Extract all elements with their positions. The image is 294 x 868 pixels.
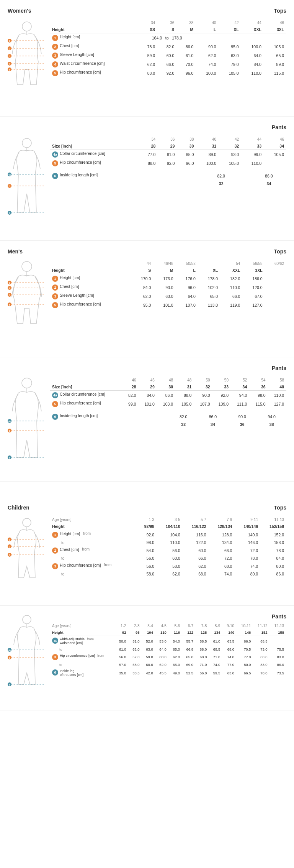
womens-tops-figure: 1 2 3 4 5: [8, 20, 46, 105]
children-tops-chest-from: 2Chest [cm]from 54.056.060.066.072.078.0: [50, 546, 286, 555]
badge-1-mt: 1: [52, 276, 58, 282]
svg-text:4a: 4a: [8, 174, 11, 176]
womens-pants-table: 34363840424446 Size [inch] 2829303132333…: [50, 136, 286, 229]
svg-point-42: [22, 378, 32, 388]
children-tops-figure: 1 2 3: [8, 516, 46, 594]
badge-2: 2: [52, 44, 58, 50]
womens-pants-collar: 4aCollar circumference [cm] 77.081.085.0…: [50, 150, 286, 159]
womens-tops-height-row: Height XSSMLXLXXL3XL: [50, 26, 286, 33]
badge-5-mp: 5: [52, 401, 58, 407]
womens-tops-sleeve: 3Sleeve Length [cm] 59.060.061.062.063.0…: [50, 51, 286, 60]
womens-pants-type: Pants: [272, 124, 286, 130]
children-pants-figure: 4a 3 6: [8, 613, 46, 699]
mens-tops-section: Men's Tops 1 2 3 5: [0, 241, 294, 357]
children-tops-chest-to: to 56.060.066.072.078.084.0: [50, 555, 286, 562]
children-pants-hip-to: to 57.058.060.062.065.069.071.074.077.08…: [50, 661, 286, 668]
badge-4a-cp: 4a: [52, 638, 58, 644]
womens-tops-chest: 2Chest [cm] 78.082.086.090.095.0100.0105…: [50, 42, 286, 51]
children-pants-type: Pants: [272, 613, 286, 620]
svg-point-53: [23, 518, 31, 527]
mens-pants-figure: 4a 5 6: [8, 377, 46, 470]
mens-title: Men's: [8, 248, 23, 255]
children-pants-waist-from: 4awidth-adjustablewaistband [cm]from 50.…: [50, 636, 286, 646]
mens-tops-content: 1 2 3 5 4446/4850/525456/5860/62 Height …: [8, 260, 286, 345]
children-tops-hip-from: 3Hip circumference [cm]from 56.058.062.0…: [50, 562, 286, 570]
svg-point-64: [23, 615, 31, 624]
children-tops-age-row: Age [years] 1-33-55-77-99-1111-13: [50, 516, 286, 523]
children-pants-content: 4a 3 6 Pants Age [years] 1-22-33-44-55-6…: [8, 613, 286, 699]
badge-3: 3: [52, 53, 58, 59]
mens-tops-height-row: Height SMLXLXXL3XL: [50, 267, 286, 274]
svg-text:4a: 4a: [8, 649, 11, 651]
badge-3-mt: 3: [52, 293, 58, 299]
badge-4a-mp: 4a: [52, 392, 58, 398]
womens-pants-figure-svg: 4a 5 6: [8, 136, 46, 228]
womens-tops-height-cm: 1Height [cm] 164.0 to 178.0: [50, 33, 286, 43]
children-tops-height-from: 1Height [cm]from 92.0104.0116.0128.0140.…: [50, 530, 286, 539]
mens-inside-leg-sizes: 32343638: [50, 421, 286, 428]
mens-tops-table: 4446/4850/525456/5860/62 Height SMLXLXXL…: [50, 260, 286, 345]
badge-6-mp: 6: [52, 414, 58, 420]
spacer-1: [0, 482, 294, 497]
children-pants-hip-from: 3Hip circumference [cm]from 56.057.059.0…: [50, 653, 286, 661]
svg-point-17: [22, 138, 31, 148]
womens-figure-svg: 1 2 3 4 5: [8, 20, 46, 104]
children-tops-hip-to: to 58.062.068.074.080.086.0: [50, 570, 286, 577]
mens-pants-size-inch-row: Size [inch] 282930313233343640: [50, 383, 286, 391]
children-tops-table: Age [years] 1-33-55-77-99-1111-13 Height…: [50, 516, 286, 594]
womens-tops-table: 34363840424446 Height XSSMLXLXXL3XL 1Hei…: [50, 20, 286, 105]
children-tops-height-row: Height 92/98104/110116/122128/134140/146…: [50, 523, 286, 530]
mens-pants-inside-leg: 6Inside leg length [cm] 82.086.090.094.0…: [50, 412, 286, 428]
badge-5: 5: [52, 70, 58, 76]
womens-tops-content: 1 2 3 4 5 34363840424446 Height: [8, 20, 286, 105]
children-figure-svg: 1 2 3: [8, 516, 46, 593]
womens-pants-figure: 4a 5 6: [8, 136, 46, 229]
children-pants-table: Pants Age [years] 1-22-33-44-55-66-77-88…: [50, 613, 286, 699]
mens-pants-table: 464648485050525458 Size [inch] 282930313…: [50, 377, 286, 470]
children-tops-type: Tops: [274, 505, 286, 511]
svg-point-28: [22, 261, 32, 271]
mens-tops-chest: 2Chest [cm] 84.090.096.0102.0110.0120.0: [50, 283, 286, 292]
mens-pants-size-numbers: 464648485050525458: [50, 377, 286, 383]
badge-1: 1: [52, 35, 58, 41]
mens-pants-type: Pants: [272, 365, 286, 371]
mens-tops-sleeve: 3Sleeve Length [cm] 62.063.064.065.066.0…: [50, 292, 286, 301]
children-tops-height-to: to 98.0110.0122.0134.0146.0158.0: [50, 539, 286, 546]
mens-tops-type: Tops: [274, 248, 286, 255]
mens-pants-figure-svg: 4a 5 6: [8, 377, 46, 469]
mens-figure-svg: 1 2 3 5: [8, 260, 46, 345]
children-pants-height-row: Height 929810411011612212813414014615215…: [50, 629, 286, 636]
womens-pants-hip: 5Hip circumference [cm] 88.092.096.0100.…: [50, 159, 286, 168]
womens-pants-inside-leg: 6Inside leg length [cm] 82.086.0 3234: [50, 171, 286, 187]
womens-pants-content: 4a 5 6 34363840424446 Size [inch] 282930…: [8, 136, 286, 229]
womens-inside-leg-sizes: 3234: [50, 180, 286, 187]
children-pants-section: 4a 3 6 Pants Age [years] 1-22-33-44-55-6…: [0, 606, 294, 710]
womens-tops-size-numbers: 34363840424446: [50, 20, 286, 26]
badge-2-ct: 2: [52, 547, 58, 554]
badge-3-cp: 3: [52, 654, 58, 660]
children-pants-age-row: Age [years] 1-22-33-44-55-66-77-88-99-10…: [50, 623, 286, 629]
badge-6-wp: 6: [52, 173, 58, 179]
badge-4a-wp: 4a: [52, 151, 58, 158]
mens-tops-figure: 1 2 3 5: [8, 260, 46, 345]
badge-3-ct: 3: [52, 563, 58, 569]
womens-title: Women's: [8, 8, 31, 14]
children-pants-waist-to: to 61.062.063.064.065.066.868.069.568.07…: [50, 646, 286, 653]
children-pants-inside-leg: 6Inside legof trousers [cm] 35.038.542.0…: [50, 668, 286, 678]
children-title: Children: [8, 505, 29, 511]
svg-text:4a: 4a: [8, 420, 11, 422]
womens-pants-section: Pants 4a 5 6: [0, 117, 294, 241]
mens-pants-content: 4a 5 6 464648485050525458 Size [inch] 28…: [8, 377, 286, 470]
badge-6-cp: 6: [52, 669, 58, 676]
womens-tops-type: Tops: [274, 8, 286, 14]
womens-tops-waist: 4Waist circumference [cm] 62.066.070.074…: [50, 60, 286, 69]
badge-5-mt: 5: [52, 302, 58, 308]
mens-pants-collar: 4aCollar circumference [cm] 82.084.086.0…: [50, 391, 286, 400]
svg-point-0: [22, 22, 31, 31]
children-tops-section: Children Tops 1 2 3: [0, 497, 294, 606]
badge-1-ct: 1: [52, 532, 58, 538]
womens-tops-section: Women's Tops 1: [0, 0, 294, 117]
children-tops-content: 1 2 3 Age [years] 1-33-55-77-99-1111-13 …: [8, 516, 286, 594]
mens-tops-size-numbers: 4446/4850/525456/5860/62: [50, 260, 286, 267]
badge-4: 4: [52, 61, 58, 67]
